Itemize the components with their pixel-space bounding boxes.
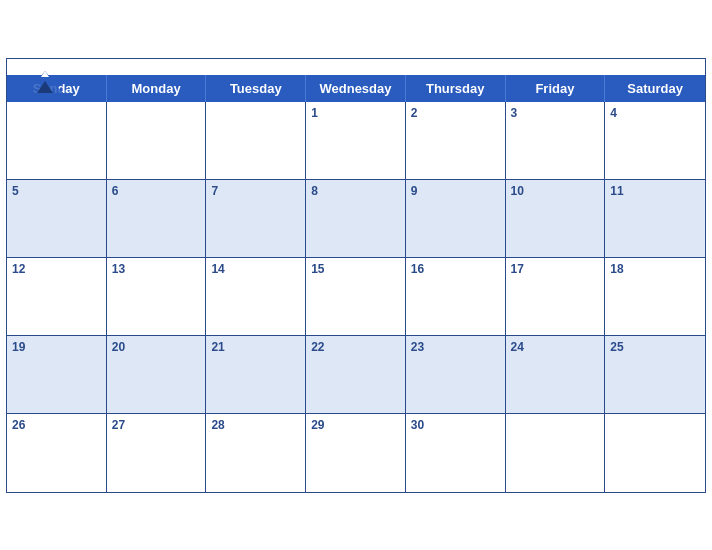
day-header: Tuesday	[206, 75, 306, 102]
calendar-cell: 23	[406, 336, 506, 414]
calendar-cell: 12	[7, 258, 107, 336]
cell-day-number: 19	[12, 340, 101, 354]
calendar-cell	[107, 102, 207, 180]
cell-day-number: 15	[311, 262, 400, 276]
calendar-cell: 6	[107, 180, 207, 258]
calendar-cell: 27	[107, 414, 207, 492]
calendar-header	[7, 59, 705, 75]
cell-day-number: 24	[511, 340, 600, 354]
calendar-grid: 1234567891011121314151617181920212223242…	[7, 102, 705, 492]
calendar-cell: 29	[306, 414, 406, 492]
calendar-cell	[605, 414, 705, 492]
cell-day-number: 23	[411, 340, 500, 354]
day-header: Monday	[107, 75, 207, 102]
cell-day-number: 2	[411, 106, 500, 120]
day-header: Thursday	[406, 75, 506, 102]
calendar: SundayMondayTuesdayWednesdayThursdayFrid…	[6, 58, 706, 493]
day-header: Saturday	[605, 75, 705, 102]
cell-day-number: 6	[112, 184, 201, 198]
calendar-cell: 24	[506, 336, 606, 414]
cell-day-number: 30	[411, 418, 500, 432]
cell-day-number: 25	[610, 340, 700, 354]
calendar-cell: 26	[7, 414, 107, 492]
cell-day-number: 27	[112, 418, 201, 432]
cell-day-number: 4	[610, 106, 700, 120]
calendar-cell: 8	[306, 180, 406, 258]
cell-day-number: 9	[411, 184, 500, 198]
cell-day-number: 18	[610, 262, 700, 276]
cell-day-number: 28	[211, 418, 300, 432]
calendar-cell: 11	[605, 180, 705, 258]
calendar-cell: 30	[406, 414, 506, 492]
calendar-cell: 1	[306, 102, 406, 180]
cell-day-number: 17	[511, 262, 600, 276]
cell-day-number: 12	[12, 262, 101, 276]
day-header: Wednesday	[306, 75, 406, 102]
week-row: 2627282930	[7, 414, 705, 492]
calendar-cell	[7, 102, 107, 180]
cell-day-number: 26	[12, 418, 101, 432]
calendar-cell: 7	[206, 180, 306, 258]
calendar-cell: 20	[107, 336, 207, 414]
calendar-cell: 19	[7, 336, 107, 414]
calendar-cell: 21	[206, 336, 306, 414]
calendar-cell: 10	[506, 180, 606, 258]
calendar-cell: 5	[7, 180, 107, 258]
cell-day-number: 5	[12, 184, 101, 198]
calendar-cell: 28	[206, 414, 306, 492]
calendar-cell	[206, 102, 306, 180]
cell-day-number: 29	[311, 418, 400, 432]
calendar-cell: 2	[406, 102, 506, 180]
day-header: Friday	[506, 75, 606, 102]
calendar-cell: 4	[605, 102, 705, 180]
logo-icon	[23, 67, 67, 97]
week-row: 19202122232425	[7, 336, 705, 414]
calendar-cell: 25	[605, 336, 705, 414]
calendar-cell: 15	[306, 258, 406, 336]
cell-day-number: 10	[511, 184, 600, 198]
calendar-cell: 13	[107, 258, 207, 336]
cell-day-number: 20	[112, 340, 201, 354]
cell-day-number: 8	[311, 184, 400, 198]
calendar-cell: 22	[306, 336, 406, 414]
cell-day-number: 14	[211, 262, 300, 276]
cell-day-number: 3	[511, 106, 600, 120]
week-row: 12131415161718	[7, 258, 705, 336]
calendar-cell: 16	[406, 258, 506, 336]
logo	[23, 67, 67, 97]
cell-day-number: 1	[311, 106, 400, 120]
calendar-cell: 9	[406, 180, 506, 258]
cell-day-number: 11	[610, 184, 700, 198]
calendar-cell: 14	[206, 258, 306, 336]
cell-day-number: 13	[112, 262, 201, 276]
week-row: 1234	[7, 102, 705, 180]
calendar-cell: 18	[605, 258, 705, 336]
cell-day-number: 16	[411, 262, 500, 276]
day-headers-row: SundayMondayTuesdayWednesdayThursdayFrid…	[7, 75, 705, 102]
week-row: 567891011	[7, 180, 705, 258]
svg-marker-2	[41, 71, 49, 77]
calendar-cell: 3	[506, 102, 606, 180]
calendar-cell	[506, 414, 606, 492]
cell-day-number: 7	[211, 184, 300, 198]
calendar-cell: 17	[506, 258, 606, 336]
cell-day-number: 22	[311, 340, 400, 354]
cell-day-number: 21	[211, 340, 300, 354]
